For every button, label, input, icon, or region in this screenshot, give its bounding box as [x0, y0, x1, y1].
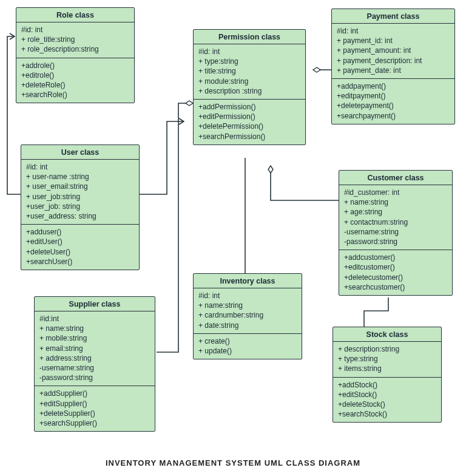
- class-title: Role class: [16, 8, 134, 22]
- operations-section: +addcustomer()+editcustomer()+deletecust…: [339, 250, 452, 295]
- class-member: +addrole(): [21, 61, 129, 70]
- diagram-caption: INVENTORY MANAGEMENT SYSTEM UML CLASS DI…: [0, 458, 466, 467]
- operations-section: +addPermission()+editPermission()+delete…: [194, 100, 305, 144]
- class-member: + date:string: [198, 321, 297, 330]
- class-member: +user_job: string: [26, 202, 134, 211]
- class-member: +deleteStock(): [338, 399, 436, 409]
- class-member: +searchPermission(): [198, 132, 300, 141]
- class-customer: Customer class #id_customer: int+ name:s…: [339, 170, 453, 296]
- class-member: + description :string: [198, 86, 300, 96]
- operations-section: +addStock()+editStock()+deleteStock()+se…: [333, 378, 441, 423]
- class-member: + age:string: [344, 207, 447, 217]
- class-member: -username:string: [344, 227, 447, 237]
- class-member: #id_customer: int: [344, 188, 447, 197]
- class-title: Permission class: [194, 30, 305, 44]
- class-title: User class: [21, 145, 139, 160]
- class-member: + user_email:string: [26, 182, 134, 191]
- uml-class-diagram: { "caption": "INVENTORY MANAGEMENT SYSTE…: [0, 0, 466, 476]
- class-supplier: Supplier class #id:int+ name:string+ mob…: [34, 296, 155, 432]
- class-member: +editUser(): [26, 237, 134, 246]
- attributes-section: #id: int+ user-name :string+ user_email:…: [21, 160, 139, 225]
- class-member: + contactnum:string: [344, 217, 447, 227]
- attributes-section: #id: int+ payment_id: int+ payment_amoun…: [332, 24, 454, 79]
- attributes-section: #id_customer: int+ name:string+ age:stri…: [339, 185, 452, 250]
- operations-section: + create()+ update(): [194, 334, 302, 359]
- class-member: +editStock(): [338, 390, 436, 399]
- class-member: +deletecustomer(): [344, 273, 447, 282]
- class-member: #id: int: [198, 47, 300, 56]
- class-member: + type:string: [338, 354, 436, 364]
- class-member: + module:string: [198, 76, 300, 86]
- class-member: +addPermission(): [198, 102, 300, 112]
- class-member: + payment_amount: int: [337, 46, 450, 55]
- class-member: + name:string: [39, 324, 150, 333]
- class-role: Role class #id: int+ role_title:string+ …: [16, 7, 135, 103]
- attributes-section: + description:string+ type:string+ items…: [333, 342, 441, 378]
- class-title: Customer class: [339, 171, 452, 185]
- class-member: +adduser(): [26, 227, 134, 237]
- class-inventory: Inventory class #id: int+ name:string+ c…: [193, 273, 302, 359]
- class-member: +editrole(): [21, 70, 129, 80]
- class-title: Payment class: [332, 9, 454, 24]
- class-member: #id:int: [39, 314, 150, 324]
- class-member: #id: int: [26, 162, 134, 172]
- class-member: + role_title:string: [21, 35, 129, 44]
- class-member: -password:string: [39, 373, 150, 382]
- class-member: +searchUser(): [26, 257, 134, 267]
- class-permission: Permission class #id: int+ type:string+ …: [193, 29, 306, 145]
- class-member: + create(): [198, 336, 297, 346]
- class-title: Supplier class: [35, 297, 155, 311]
- class-member: #id: int: [198, 291, 297, 301]
- operations-section: +addpayment()+editpayment()+deletepaymen…: [332, 79, 454, 124]
- class-title: Stock class: [333, 327, 441, 342]
- class-member: +deleteSupplier(): [39, 409, 150, 418]
- class-member: + role_description:string: [21, 44, 129, 54]
- class-stock: Stock class + description:string+ type:s…: [333, 327, 442, 423]
- class-member: + update(): [198, 346, 297, 356]
- operations-section: +addSupplier()+editSupplier()+deleteSupp…: [35, 386, 155, 431]
- attributes-section: #id:int+ name:string+ mobile:string+ ema…: [35, 311, 155, 386]
- class-member: +user_address: string: [26, 211, 134, 221]
- class-member: + title:string: [198, 66, 300, 76]
- class-member: -username:string: [39, 363, 150, 373]
- attributes-section: #id: int+ name:string+ cardnumber:string…: [194, 288, 302, 334]
- class-member: +addStock(): [338, 380, 436, 390]
- class-member: +searchcustomer(): [344, 282, 447, 292]
- class-member: +addcustomer(): [344, 253, 447, 262]
- class-member: +searchRole(): [21, 90, 129, 100]
- class-user: User class #id: int+ user-name :string+ …: [21, 144, 140, 270]
- class-member: + payment_date: int: [337, 66, 450, 75]
- class-member: + description:string: [338, 344, 436, 354]
- class-member: +editcustomer(): [344, 262, 447, 272]
- class-member: +editpayment(): [337, 91, 450, 101]
- class-member: +editSupplier(): [39, 399, 150, 409]
- class-member: + address:string: [39, 353, 150, 363]
- class-member: + cardnumber:string: [198, 310, 297, 320]
- class-member: +deleteRole(): [21, 80, 129, 90]
- class-member: + user-name :string: [26, 172, 134, 182]
- class-member: +deletePermission(): [198, 121, 300, 131]
- operations-section: +adduser()+editUser()+deleteUser()+searc…: [21, 225, 139, 270]
- class-member: + items:string: [338, 364, 436, 373]
- class-member: + payment_description: int: [337, 56, 450, 66]
- class-member: #id: int: [21, 25, 129, 35]
- class-member: + name:string: [198, 301, 297, 310]
- class-member: +addSupplier(): [39, 389, 150, 398]
- class-title: Inventory class: [194, 274, 302, 288]
- class-member: +searchStock(): [338, 409, 436, 419]
- operations-section: +addrole()+editrole()+deleteRole()+searc…: [16, 58, 134, 103]
- class-member: #id: int: [337, 26, 450, 36]
- class-member: +searchpayment(): [337, 111, 450, 121]
- class-member: + user_job:string: [26, 192, 134, 202]
- class-member: +searchSupplier(): [39, 418, 150, 428]
- attributes-section: #id: int+ type:string+ title:string+ mod…: [194, 44, 305, 100]
- attributes-section: #id: int+ role_title:string+ role_descri…: [16, 22, 134, 58]
- class-member: +deleteUser(): [26, 247, 134, 257]
- class-member: +addpayment(): [337, 81, 450, 91]
- class-member: +deletepayment(): [337, 101, 450, 110]
- class-member: + email:string: [39, 344, 150, 353]
- class-member: + name:string: [344, 197, 447, 207]
- class-member: + mobile:string: [39, 333, 150, 343]
- class-payment: Payment class #id: int+ payment_id: int+…: [331, 8, 455, 124]
- class-member: +editPermission(): [198, 112, 300, 121]
